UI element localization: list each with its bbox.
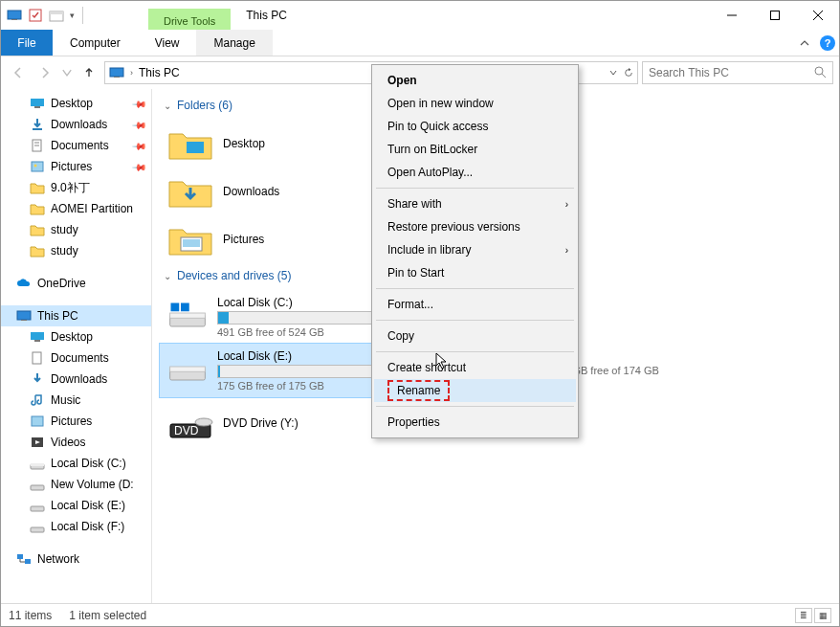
sidebar-item-diskf[interactable]: Local Disk (F:) [1,516,151,537]
ribbon-tabs: File Computer View Manage ? [1,30,839,56]
svg-rect-1 [11,19,17,20]
ctx-rename[interactable]: Rename [374,379,576,402]
svg-rect-21 [17,311,31,320]
desktop-folder-icon [167,126,213,161]
sidebar-item-documents[interactable]: Documents [1,347,151,369]
svg-rect-4 [50,11,63,14]
sidebar-item-pictures[interactable]: Pictures [1,411,151,432]
sidebar-item-network[interactable]: Network [1,549,151,570]
address-dropdown-icon[interactable] [608,68,618,78]
sidebar-label: study [51,244,78,258]
sidebar-item-this-pc[interactable]: This PC [1,305,151,326]
svg-rect-29 [31,463,44,466]
sidebar-item-desktop-quick[interactable]: Desktop📌 [1,93,151,114]
titlebar: ▾ Drive Tools This PC [1,1,839,30]
sidebar-item-onedrive[interactable]: OneDrive [1,273,151,294]
ribbon-expand-icon[interactable] [793,30,816,56]
ctx-label: Share with [387,197,442,211]
sidebar-item-custom2[interactable]: AOMEI Partition [1,198,151,219]
ribbon-file-tab[interactable]: File [1,30,53,56]
ctx-label: Include in library [387,243,471,257]
recent-dropdown[interactable] [60,61,74,84]
chevron-right-icon: › [565,199,568,210]
view-details-button[interactable]: ≣ [795,608,812,623]
titlebar-center: Drive Tools This PC [85,1,710,30]
pictures-folder-icon [167,222,213,257]
svg-point-47 [195,418,212,426]
ribbon-tab-view[interactable]: View [138,30,197,56]
sidebar-label: This PC [37,309,78,323]
sidebar-item-documents-quick[interactable]: Documents📌 [1,135,151,156]
ctx-autoplay[interactable]: Open AutoPlay... [374,161,576,184]
status-bar: 11 items 1 item selected ≣ ▦ [1,603,839,626]
forward-button[interactable] [33,61,56,84]
sidebar-item-videos[interactable]: Videos [1,432,151,453]
sidebar-item-diskc[interactable]: Local Disk (C:) [1,453,151,474]
this-pc-icon [16,308,32,324]
back-button[interactable] [7,61,30,84]
ctx-share-with[interactable]: Share with› [374,192,576,215]
desktop-icon [30,329,45,345]
ribbon-tab-computer[interactable]: Computer [53,30,138,56]
sidebar-item-pictures-quick[interactable]: Pictures📌 [1,156,151,177]
search-icon[interactable] [813,65,827,81]
svg-rect-0 [8,11,21,19]
ctx-bitlocker[interactable]: Turn on BitLocker [374,138,576,161]
maximize-button[interactable] [753,1,796,30]
onedrive-icon [16,276,32,291]
ctx-copy[interactable]: Copy [374,325,576,347]
ctx-properties[interactable]: Properties [374,411,576,434]
view-toggle: ≣ ▦ [795,608,831,623]
svg-rect-41 [181,303,189,312]
sidebar-item-newvol[interactable]: New Volume (D: [1,474,151,495]
help-button[interactable]: ? [816,30,839,56]
ctx-include-library[interactable]: Include in library› [374,238,576,261]
ctx-label: Rename [387,380,450,401]
group-header-label: Devices and drives (5) [177,269,291,282]
ctx-pin-quick-access[interactable]: Pin to Quick access [374,115,576,138]
ctx-open-new-window[interactable]: Open in new window [374,92,576,115]
svg-text:DVD: DVD [174,424,199,437]
svg-rect-19 [32,162,43,171]
sidebar-item-desktop[interactable]: Desktop [1,326,151,347]
ctx-open[interactable]: Open [374,69,576,92]
desktop-icon [30,96,45,111]
disk-icon [30,477,45,492]
breadcrumb-separator-icon[interactable]: › [130,68,133,78]
svg-rect-40 [171,303,180,312]
minimize-button[interactable] [710,1,753,30]
ctx-pin-start[interactable]: Pin to Start [374,261,576,284]
view-tiles-button[interactable]: ▦ [814,608,831,623]
up-button[interactable] [77,61,100,84]
sidebar-item-downloads[interactable]: Downloads [1,369,151,390]
svg-rect-35 [187,142,204,153]
close-button[interactable] [796,1,839,30]
sidebar-label: Documents [51,139,109,152]
sidebar-item-custom1[interactable]: 9.0补丁 [1,177,151,198]
ctx-create-shortcut[interactable]: Create shortcut [374,356,576,379]
quick-access-toolbar: ▾ [1,1,85,30]
sidebar-label: OneDrive [37,277,86,290]
ctx-separator [376,288,574,289]
search-input[interactable] [649,66,807,79]
ribbon-tab-manage[interactable]: Manage [196,30,272,56]
qat-dropdown-icon[interactable]: ▾ [70,11,75,20]
contextual-tab-drive-tools[interactable]: Drive Tools [148,9,231,30]
breadcrumb-this-pc[interactable]: This PC [139,66,180,79]
ctx-restore-previous[interactable]: Restore previous versions [374,215,576,238]
status-item-count: 11 items [9,609,52,622]
properties-icon[interactable] [28,8,43,23]
sidebar-item-music[interactable]: Music [1,390,151,411]
sidebar-label: Desktop [51,97,93,110]
sidebar-item-custom4[interactable]: study [1,240,151,261]
search-box[interactable] [642,61,833,84]
this-pc-icon [109,65,124,80]
new-folder-icon[interactable] [49,8,64,23]
refresh-button[interactable] [624,68,633,78]
sidebar-item-custom3[interactable]: study [1,219,151,240]
disk-icon [167,353,208,388]
svg-line-12 [822,74,826,78]
sidebar-item-diske[interactable]: Local Disk (E:) [1,495,151,516]
sidebar-item-downloads-quick[interactable]: Downloads📌 [1,114,151,135]
ctx-format[interactable]: Format... [374,293,576,316]
